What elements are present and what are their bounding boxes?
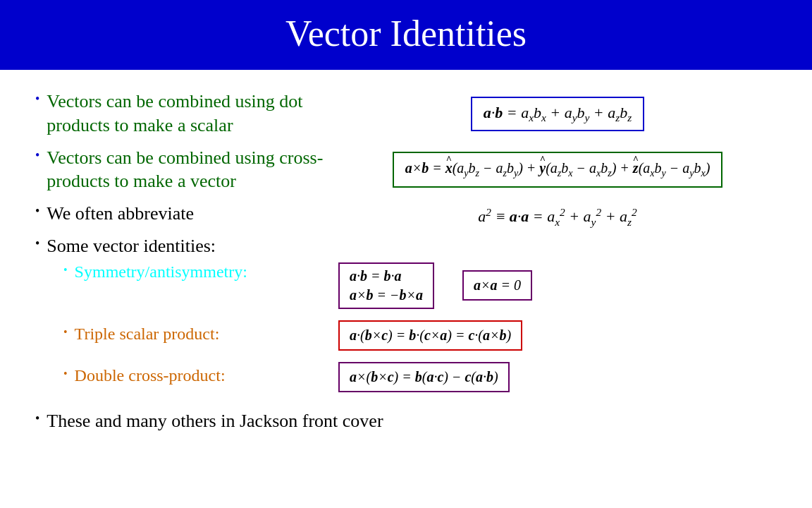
sub-bullet-dot-sym: • bbox=[63, 264, 68, 277]
symmetry-stacked: a·b = b·a a×b = −b×a bbox=[338, 262, 434, 309]
jackson-row: • These and many others in Jackson front… bbox=[35, 409, 777, 433]
antisym-formula: a×a = 0 bbox=[462, 270, 532, 301]
bullet-dot-3: • bbox=[35, 204, 39, 219]
triple-row: • Triple scalar product: a·(b×c) = b·(c×… bbox=[35, 320, 777, 351]
double-label-col: • Double cross-product: bbox=[35, 365, 338, 389]
identities-label-row: • Some vector identities: bbox=[35, 234, 777, 258]
cross-product-formula: a×b = x(aybz − azby) + y(azbx − axbz) + … bbox=[393, 152, 723, 188]
abbreviate-formula: a2 ≡ a·a = ax2 + ay2 + az2 bbox=[478, 206, 636, 229]
triple-formula-container: a·(b×c) = b·(c×a) = c·(a×b) bbox=[338, 320, 522, 351]
cross-product-text: Vectors can be combined using cross-prod… bbox=[47, 146, 338, 194]
double-formula: a×(b×c) = b(a·c) − c(a·b) bbox=[338, 362, 510, 392]
sub-bullet-dot-triple: • bbox=[63, 326, 68, 339]
dot-product-left: • Vectors can be combined using dot prod… bbox=[35, 90, 338, 140]
dot-product-formula-container: a·b = axbx + ayby + azbz bbox=[338, 90, 777, 131]
page-title: Vector Identities bbox=[14, 13, 798, 54]
bullet-dot-4: • bbox=[35, 236, 39, 251]
sym-formula-2: a×b = −b×a bbox=[350, 287, 423, 303]
triple-text: Triple scalar product: bbox=[75, 323, 338, 345]
symmetry-formulas: a·b = b·a a×b = −b×a a×a = 0 bbox=[338, 261, 532, 309]
abbreviate-row-main: • We often abbreviate a2 ≡ a·a = ax2 + a… bbox=[35, 202, 777, 229]
jackson-text: These and many others in Jackson front c… bbox=[47, 409, 777, 433]
triple-formula: a·(b×c) = b·(c×a) = c·(a×b) bbox=[338, 320, 522, 351]
double-text: Double cross-product: bbox=[75, 365, 338, 387]
triple-label-col: • Triple scalar product: bbox=[35, 323, 338, 348]
cross-product-left: • Vectors can be combined using cross-pr… bbox=[35, 146, 338, 197]
double-row: • Double cross-product: a×(b×c) = b(a·c)… bbox=[35, 362, 777, 392]
double-formula-container: a×(b×c) = b(a·c) − c(a·b) bbox=[338, 362, 510, 392]
bullet-dot-1: • bbox=[35, 92, 39, 107]
symmetry-label-col: • Symmetry/antisymmetry: bbox=[35, 261, 338, 286]
bullet-dot-2: • bbox=[35, 148, 39, 163]
symmetry-text: Symmetry/antisymmetry: bbox=[75, 261, 338, 283]
abbreviate-formula-container: a2 ≡ a·a = ax2 + ay2 + az2 bbox=[338, 202, 777, 229]
abbreviate-left: • We often abbreviate bbox=[35, 202, 338, 229]
abbreviate-text: We often abbreviate bbox=[47, 202, 338, 226]
bullet-dot-jackson: • bbox=[35, 411, 39, 426]
symmetry-row: • Symmetry/antisymmetry: a·b = b·a a×b =… bbox=[35, 261, 777, 309]
dot-product-row: • Vectors can be combined using dot prod… bbox=[35, 90, 777, 140]
dot-product-formula: a·b = axbx + ayby + azbz bbox=[471, 97, 644, 131]
cross-product-formula-container: a×b = x(aybz − azby) + y(azbx − axbz) + … bbox=[338, 146, 777, 188]
sub-bullet-dot-double: • bbox=[63, 368, 68, 380]
sym-formula-1: a·b = b·a bbox=[350, 268, 423, 284]
identities-text: Some vector identities: bbox=[47, 234, 777, 258]
header: Vector Identities bbox=[0, 0, 812, 70]
cross-product-row: • Vectors can be combined using cross-pr… bbox=[35, 146, 777, 197]
identities-block: • Symmetry/antisymmetry: a·b = b·a a×b =… bbox=[35, 261, 777, 392]
dot-product-text: Vectors can be combined using dot produc… bbox=[47, 90, 338, 138]
content: • Vectors can be combined using dot prod… bbox=[0, 70, 812, 450]
